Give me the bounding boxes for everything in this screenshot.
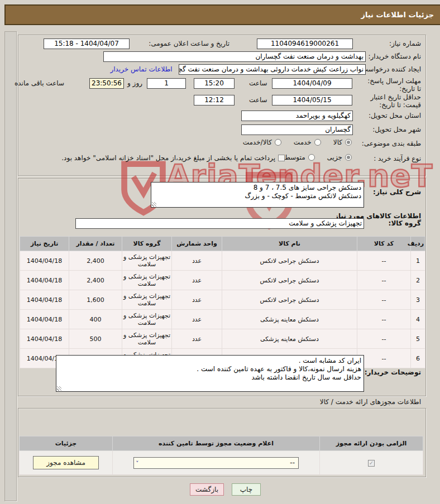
table-row: 1 -- دستکش جراحی لاتکس عدد تجهیزات پزشکی… — [20, 251, 425, 271]
table-cell: 2 — [411, 271, 425, 290]
radio-label: کالا/خدمت — [243, 138, 272, 146]
resize-handle-icon[interactable] — [152, 202, 156, 207]
radio-icon[interactable] — [308, 154, 315, 161]
column-header: گروه کالا — [122, 237, 172, 251]
table-cell: تجهیزات پزشکی و سلامت — [122, 310, 172, 329]
table-cell: 3 — [411, 290, 425, 310]
resize-handle-icon[interactable] — [57, 386, 61, 391]
treasury-checkbox-option[interactable]: پرداخت تمام یا بخشی از مبلغ خرید،از محل … — [61, 154, 285, 162]
radio-label: خدمت — [294, 138, 312, 146]
radio-option-minor[interactable]: جزیی — [327, 153, 352, 161]
table-cell: عدد — [172, 251, 222, 271]
remaining-timer-field: 23:50:56 — [89, 78, 124, 89]
radio-option-medium[interactable]: متوسط — [284, 153, 315, 161]
table-cell: 2,400 — [69, 251, 122, 271]
request-creator-field[interactable]: نواب زراعت کیش خدمات داروئی بهداشت و درم… — [179, 64, 366, 75]
city-label: شهر محل تحویل: — [372, 126, 421, 133]
goods-table-header-row: ردیفکد کالانام کالاواحد شمارشگروه کالاتع… — [20, 237, 425, 251]
deadline-date-field[interactable]: 1404/04/09 — [272, 78, 352, 89]
purchase-process-label: نوع فرآیند خرید : — [374, 155, 421, 162]
table-cell: 4 — [411, 310, 425, 329]
radio-option-goods[interactable]: کالا — [333, 138, 352, 146]
deadline-time-field[interactable]: 15:20 — [194, 78, 235, 89]
print-button[interactable]: چاپ — [232, 483, 261, 496]
need-number-field[interactable]: 1104094619000261 — [257, 39, 353, 49]
table-cell: 1404/04/18 — [20, 290, 69, 310]
province-field[interactable]: کهگیلویه و بویراحمد — [241, 111, 353, 121]
column-header: ردیف — [411, 237, 425, 251]
table-row: 4 -- دستکش معاینه پزشکی عدد تجهیزات پزشک… — [20, 310, 425, 329]
treasury-label: پرداخت تمام یا بخشی از مبلغ خرید،از محل … — [61, 154, 275, 162]
need-number-label: شماره نیاز: — [389, 40, 421, 47]
subject-class-options: کالا خدمت کالا/خدمت — [243, 138, 352, 146]
license-status-cell: -- ˅ — [113, 451, 320, 475]
subject-class-label: طبقه بندی موضوعی: — [362, 140, 421, 147]
table-cell: 1,600 — [69, 290, 122, 310]
column-header: کد کالا — [357, 237, 411, 251]
radio-label: جزیی — [327, 153, 342, 161]
buyer-notes-textarea[interactable]: ایران کد مشابه است . هزینه ارسال نمونه،ک… — [56, 355, 364, 392]
chevron-down-icon: ˅ — [136, 458, 139, 469]
goods-group-label: گروه کالا: — [389, 219, 421, 227]
radio-label: متوسط — [284, 153, 305, 161]
response-deadline-label: مهلت ارسال پاسخ: تا تاریخ: — [363, 77, 421, 93]
table-cell: 1404/04/18 — [20, 310, 69, 329]
table-row: 2 -- دستکش جراحی لاتکس عدد تجهیزات پزشکی… — [20, 271, 425, 290]
remaining-days-field[interactable]: 1 — [147, 78, 186, 89]
radio-icon[interactable] — [275, 139, 281, 146]
need-description-label: شرح کلی نیاز: — [373, 188, 421, 196]
table-cell: عدد — [172, 310, 222, 329]
announce-datetime-field[interactable]: 1404/04/07 - 15:18 — [44, 39, 130, 49]
table-cell: تجهیزات پزشکی و سلامت — [122, 329, 172, 349]
checkbox-icon[interactable] — [278, 155, 285, 161]
license-required-cell — [320, 451, 423, 475]
back-button[interactable]: بازگشت — [190, 483, 224, 496]
treasury-option: پرداخت تمام یا بخشی از مبلغ خرید،از محل … — [61, 154, 285, 162]
table-row: 3 -- دستکش جراحی لاتکس عدد تجهیزات پزشکی… — [20, 290, 425, 310]
table-cell: 1404/04/18 — [20, 329, 69, 349]
radio-label: کالا — [333, 138, 342, 146]
table-cell: عدد — [172, 271, 222, 290]
city-field[interactable]: گچساران — [241, 124, 353, 135]
radio-option-goods-service[interactable]: کالا/خدمت — [243, 138, 281, 146]
deadline-hour-label: ساعت — [249, 79, 267, 87]
table-cell: 2,400 — [69, 271, 122, 290]
table-cell: -- — [357, 290, 411, 310]
table-cell: 1 — [411, 251, 425, 271]
table-cell: 1404/04/18 — [20, 271, 69, 290]
table-cell: 400 — [69, 310, 122, 329]
radio-icon[interactable] — [345, 154, 352, 161]
buyer-org-field[interactable]: بهداشت و درمان صنعت نفت گچساران — [103, 51, 366, 62]
license-table-header-row: الزامی بودن ارائه مجوزاعلام وضعیت مجوز ت… — [20, 436, 423, 451]
table-cell: 5 — [411, 329, 425, 349]
validity-date-field[interactable]: 1404/05/15 — [272, 95, 352, 105]
goods-group-field[interactable]: تجهیزات پزشکی و سلامت — [75, 218, 364, 229]
table-cell: تجهیزات پزشکی و سلامت — [122, 251, 172, 271]
table-cell: 1404/04/18 — [20, 251, 69, 271]
radio-icon[interactable] — [345, 139, 352, 146]
license-table-row: -- ˅ مشاهده مجوز — [20, 451, 423, 475]
radio-icon[interactable] — [314, 139, 321, 146]
column-header: واحد شمارش — [172, 237, 222, 251]
table-cell: عدد — [172, 290, 222, 310]
side-strip — [4, 31, 17, 501]
validity-time-field[interactable]: 12:12 — [194, 95, 235, 105]
radio-option-service[interactable]: خدمت — [294, 138, 321, 146]
license-status-select[interactable]: -- ˅ — [133, 457, 299, 469]
remaining-days-label: روز و — [127, 79, 142, 87]
need-description-textarea[interactable]: دستکش جراحی سایز های 7.5 ، 7 و 8 دستکش ل… — [151, 182, 364, 208]
column-header: اعلام وضعیت مجوز توسط تامین کننده — [113, 436, 320, 451]
table-cell: -- — [357, 349, 411, 368]
page-title: جزئیات اطلاعات نیاز — [4, 4, 440, 25]
page: جزئیات اطلاعات نیاز AriaTender.neT شماره… — [0, 0, 440, 504]
license-required-checkbox-icon — [368, 460, 375, 467]
column-header: نام کالا — [222, 237, 357, 251]
table-cell: تجهیزات پزشکی و سلامت — [122, 271, 172, 290]
buyer-contact-link[interactable]: اطلاعات تماس خریدار — [105, 65, 178, 73]
table-row: 5 -- دستکش معاینه پزشکی عدد تجهیزات پزشک… — [20, 329, 425, 349]
table-cell: دستکش معاینه پزشکی — [222, 329, 357, 349]
price-validity-label: حداقل تاریخ اعتبار قیمت: تا تاریخ: — [355, 93, 421, 109]
view-license-button[interactable]: مشاهده مجوز — [33, 456, 99, 469]
license-details-cell: مشاهده مجوز — [20, 451, 113, 475]
validity-hour-label: ساعت — [249, 96, 267, 104]
